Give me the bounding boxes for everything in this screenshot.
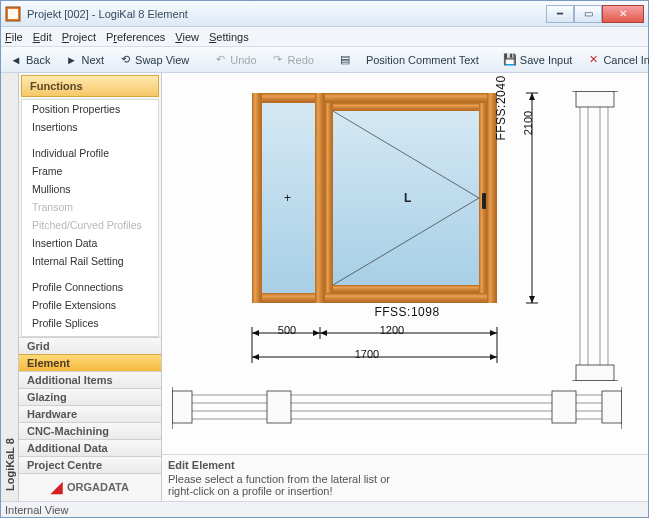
svg-rect-28	[172, 391, 192, 423]
svg-rect-30	[552, 391, 576, 423]
accordion-additional-items[interactable]: Additional Items	[19, 371, 161, 389]
function-item[interactable]: Profile Extensions	[22, 296, 158, 314]
page-icon: ▤	[338, 53, 352, 67]
hint-panel: Edit Element Please select a function fr…	[162, 454, 648, 501]
accordion-element[interactable]: Element	[19, 354, 161, 372]
svg-marker-9	[252, 330, 259, 336]
svg-marker-14	[490, 354, 497, 360]
sidebar: Functions Position PropertiesInsertionsI…	[19, 73, 162, 501]
svg-rect-22	[576, 91, 614, 107]
drawing-canvas[interactable]: + L FFSS:1098 FFSS:2040	[162, 73, 648, 454]
svg-marker-13	[252, 354, 259, 360]
save-icon: 💾	[503, 53, 517, 67]
window-buttons: ━ ▭ ✕	[546, 5, 644, 23]
menu-preferences[interactable]: Preferences	[106, 31, 165, 43]
section-horizontal	[172, 383, 622, 433]
ffss-height-label: FFSS:2040	[494, 73, 508, 153]
menu-view[interactable]: View	[175, 31, 199, 43]
next-button[interactable]: ►Next	[60, 51, 108, 69]
frame-bottom	[252, 293, 497, 303]
cancel-icon: ✕	[586, 53, 600, 67]
mullion	[315, 93, 325, 303]
menubar: File Edit Project Preferences View Setti…	[1, 27, 648, 47]
leaf-letter: L	[404, 191, 411, 205]
position-comment-text-button[interactable]: Position Comment Text	[362, 52, 483, 68]
function-item[interactable]: Individual Profile	[22, 144, 158, 162]
back-button[interactable]: ◄Back	[5, 51, 54, 69]
close-button[interactable]: ✕	[602, 5, 644, 23]
undo-icon: ↶	[213, 53, 227, 67]
workspace: + L FFSS:1098 FFSS:2040	[162, 73, 648, 501]
cancel-input-button[interactable]: ✕Cancel Input of Elements	[582, 51, 649, 69]
menu-project[interactable]: Project	[62, 31, 96, 43]
svg-line-2	[333, 111, 479, 198]
pct-icon-button[interactable]: ▤	[334, 51, 356, 69]
app-window: Projekt [002] - LogiKal 8 Element ━ ▭ ✕ …	[0, 0, 649, 518]
frame-left	[252, 93, 262, 303]
app-icon	[5, 6, 21, 22]
redo-icon: ↷	[271, 53, 285, 67]
accordion-glazing[interactable]: Glazing	[19, 388, 161, 406]
ffss-width-label: FFSS:1098	[357, 305, 457, 319]
save-input-button[interactable]: 💾Save Input	[499, 51, 577, 69]
swap-view-button[interactable]: ⟲Swap View	[114, 51, 193, 69]
svg-marker-12	[490, 330, 497, 336]
leaf-left	[325, 103, 333, 293]
function-item[interactable]: Insertions	[22, 118, 158, 136]
svg-rect-1	[8, 9, 18, 19]
function-item[interactable]: Mullions	[22, 180, 158, 198]
svg-rect-31	[602, 391, 622, 423]
dim-2100: 2100	[522, 93, 534, 153]
titlebar: Projekt [002] - LogiKal 8 Element ━ ▭ ✕	[1, 1, 648, 27]
svg-rect-21	[600, 91, 608, 381]
accordion-additional-data[interactable]: Additional Data	[19, 439, 161, 457]
functions-list[interactable]: Position PropertiesInsertionsIndividual …	[21, 99, 159, 337]
minimize-button[interactable]: ━	[546, 5, 574, 23]
svg-line-3	[333, 198, 479, 285]
accordion-cnc-machining[interactable]: CNC-Machining	[19, 422, 161, 440]
next-icon: ►	[64, 53, 78, 67]
svg-rect-20	[580, 91, 588, 381]
toolbar: ◄Back ►Next ⟲Swap View ↶Undo ↷Redo ▤ Pos…	[1, 47, 648, 73]
function-item: Transom	[22, 198, 158, 216]
leaf-bottom	[325, 285, 487, 293]
accordion-hardware[interactable]: Hardware	[19, 405, 161, 423]
frame-top	[252, 93, 497, 103]
undo-button[interactable]: ↶Undo	[209, 51, 260, 69]
svg-marker-19	[529, 296, 535, 303]
brand-triangle-icon: ◢	[51, 478, 63, 496]
vertical-tab-logikal[interactable]: LogiKaL 8	[2, 428, 18, 501]
dim-500: 500	[267, 324, 307, 336]
svg-rect-23	[576, 365, 614, 381]
functions-header: Functions	[21, 75, 159, 97]
swap-icon: ⟲	[118, 53, 132, 67]
section-vertical	[572, 91, 622, 381]
function-item[interactable]: Frame	[22, 162, 158, 180]
svg-rect-29	[267, 391, 291, 423]
branding: ◢ ORGADATA	[19, 473, 161, 501]
dim-1200: 1200	[362, 324, 422, 336]
function-item[interactable]: Position Properties	[22, 100, 158, 118]
accordion-project-centre[interactable]: Project Centre	[19, 456, 161, 474]
main-area: LogiKaL 8 Functions Position PropertiesI…	[1, 73, 648, 501]
leaf-top	[325, 103, 487, 111]
function-item: Pitched/Curved Profiles	[22, 216, 158, 234]
window-title: Projekt [002] - LogiKal 8 Element	[27, 8, 546, 20]
function-item[interactable]: Profile Connections	[22, 278, 158, 296]
function-item[interactable]: Internal Rail Setting	[22, 252, 158, 270]
redo-button[interactable]: ↷Redo	[267, 51, 318, 69]
menu-file[interactable]: File	[5, 31, 23, 43]
maximize-button[interactable]: ▭	[574, 5, 602, 23]
function-item[interactable]: Profile Splices	[22, 314, 158, 332]
status-text: Internal View	[5, 504, 68, 516]
hint-header: Edit Element	[168, 459, 642, 471]
hint-body: Please select a function from the latera…	[168, 473, 642, 497]
status-bar: Internal View	[1, 501, 648, 517]
svg-marker-10	[313, 330, 320, 336]
accordion-grid[interactable]: Grid	[19, 337, 161, 355]
function-item[interactable]: Insertion Data	[22, 234, 158, 252]
svg-marker-11	[320, 330, 327, 336]
menu-settings[interactable]: Settings	[209, 31, 249, 43]
menu-edit[interactable]: Edit	[33, 31, 52, 43]
dim-1700: 1700	[337, 348, 397, 360]
